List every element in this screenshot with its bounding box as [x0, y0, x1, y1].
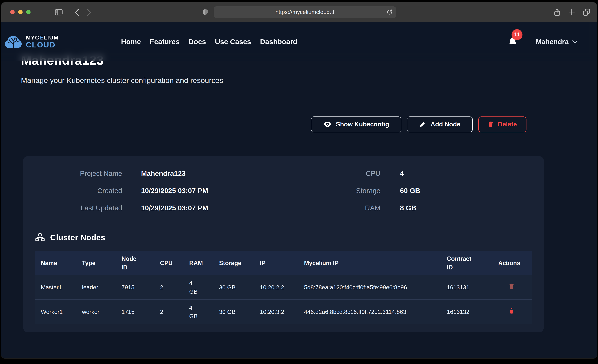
- cpu-label: CPU: [283, 170, 380, 178]
- brand-logo[interactable]: MYCELIUM CLOUD: [4, 34, 58, 50]
- col-contract-id: Contract ID: [441, 251, 492, 275]
- delete-node-button[interactable]: [498, 283, 514, 289]
- info-row: Project Name Mahendra123: [35, 165, 283, 182]
- new-tab-icon[interactable]: [569, 9, 575, 15]
- project-name-label: Project Name: [35, 170, 122, 178]
- page-subtitle: Manage your Kubernetes cluster configura…: [21, 76, 597, 85]
- node-cpu: 2: [154, 300, 183, 324]
- col-ip: IP: [254, 251, 298, 275]
- cluster-nodes-heading: Cluster Nodes: [50, 233, 105, 242]
- refresh-icon[interactable]: [387, 9, 392, 15]
- brand-wordmark: MYCELIUM CLOUD: [26, 35, 58, 49]
- storage-value: 60 GB: [400, 187, 420, 195]
- node-mycelium-ip: 446:d2a6:8bcd:8c16:ff0f:72e2:3114:863f: [298, 300, 441, 324]
- show-kubeconfig-button[interactable]: Show Kubeconfig: [311, 116, 401, 132]
- user-name: Mahendra: [536, 38, 569, 46]
- node-id: 7915: [116, 275, 154, 300]
- node-storage: 30 GB: [213, 300, 254, 324]
- delete-node-button[interactable]: [498, 308, 514, 314]
- storage-label: Storage: [283, 187, 380, 195]
- col-type: Type: [76, 251, 116, 275]
- node-type: leader: [76, 275, 116, 300]
- col-cpu: CPU: [154, 251, 183, 275]
- col-name: Name: [35, 251, 76, 275]
- node-ip: 10.20.3.2: [254, 300, 298, 324]
- last-updated-label: Last Updated: [35, 204, 122, 212]
- nav-item-dashboard[interactable]: Dashboard: [260, 38, 298, 46]
- minimize-window-button[interactable]: [18, 10, 23, 14]
- forward-icon[interactable]: [87, 8, 91, 16]
- pencil-icon: [419, 121, 426, 128]
- zoom-window-button[interactable]: [26, 10, 31, 14]
- node-name: Worker1: [35, 300, 76, 324]
- tab-overview-icon[interactable]: [583, 8, 590, 16]
- eye-icon: [323, 121, 332, 128]
- trash-icon: [509, 283, 514, 289]
- node-actions: [492, 275, 532, 300]
- project-name-value: Mahendra123: [141, 170, 186, 178]
- node-name: Master1: [35, 275, 76, 300]
- nav-item-use-cases[interactable]: Use Cases: [215, 38, 251, 46]
- ram-label: RAM: [283, 204, 380, 212]
- url-text: https://myceliumcloud.tf: [275, 9, 334, 16]
- created-value: 10/29/2025 03:07 PM: [141, 187, 208, 195]
- browser-toolbar: https://myceliumcloud.tf: [1, 2, 597, 22]
- share-icon[interactable]: [554, 8, 561, 16]
- col-actions: Actions: [492, 251, 532, 275]
- nav-item-docs[interactable]: Docs: [189, 38, 206, 46]
- nav-item-features[interactable]: Features: [150, 38, 180, 46]
- chevron-down-icon: [572, 40, 578, 44]
- table-row: Worker1 worker 1715 2 4 GB 30 GB 10.20.3…: [35, 300, 532, 324]
- node-mycelium-ip: 5d8:78ea:a120:f40c:ff0f:a5fe:99e6:8b96: [298, 275, 441, 300]
- mycelium-cloud-logo-icon: [4, 34, 23, 50]
- node-ram: 4 GB: [183, 300, 213, 324]
- col-ram: RAM: [183, 251, 213, 275]
- ram-value: 8 GB: [400, 204, 416, 212]
- page-body: MYCELIUM CLOUD Home Features Docs Use Ca…: [1, 22, 597, 358]
- info-row: Last Updated 10/29/2025 03:07 PM: [35, 199, 283, 217]
- traffic-lights: [10, 10, 31, 14]
- cpu-value: 4: [400, 170, 404, 178]
- nav-item-home[interactable]: Home: [121, 38, 141, 46]
- user-menu[interactable]: Mahendra: [536, 38, 578, 46]
- browser-window: https://myceliumcloud.tf: [1, 2, 597, 358]
- privacy-shield-icon[interactable]: [202, 8, 209, 16]
- node-actions: [492, 300, 532, 324]
- node-cpu: 2: [154, 275, 183, 300]
- table-header-row: Name Type Node ID CPU RAM Storage IP Myc…: [35, 251, 532, 275]
- col-node-id: Node ID: [116, 251, 154, 275]
- last-updated-value: 10/29/2025 03:07 PM: [141, 204, 208, 212]
- address-bar[interactable]: https://myceliumcloud.tf: [214, 6, 396, 18]
- cluster-actions: Show Kubeconfig Add Node: [1, 116, 526, 132]
- notifications-button[interactable]: 11: [508, 36, 518, 47]
- trash-icon: [488, 121, 494, 128]
- close-window-button[interactable]: [10, 10, 15, 14]
- node-ip: 10.20.2.2: [254, 275, 298, 300]
- node-contract-id: 1613131: [441, 275, 492, 300]
- node-contract-id: 1613132: [441, 300, 492, 324]
- node-id: 1715: [116, 300, 154, 324]
- cluster-nodes-table: Name Type Node ID CPU RAM Storage IP Myc…: [35, 251, 532, 324]
- col-mycelium-ip: Mycelium IP: [298, 251, 441, 275]
- notification-count-badge: 11: [512, 29, 523, 40]
- info-row: Storage 60 GB: [283, 182, 532, 199]
- node-type: worker: [76, 300, 116, 324]
- delete-cluster-button[interactable]: Delete: [478, 116, 526, 132]
- info-row: Created 10/29/2025 03:07 PM: [35, 182, 283, 199]
- back-icon[interactable]: [75, 8, 79, 16]
- created-label: Created: [35, 187, 122, 195]
- add-node-button[interactable]: Add Node: [407, 116, 473, 132]
- node-storage: 30 GB: [213, 275, 254, 300]
- cluster-info-card: Project Name Mahendra123 Created 10/29/2…: [23, 156, 544, 332]
- nav-links: Home Features Docs Use Cases Dashboard: [121, 38, 297, 46]
- cluster-nodes-icon: [35, 233, 45, 242]
- trash-icon: [509, 308, 514, 314]
- sidebar-toggle-icon[interactable]: [55, 9, 63, 16]
- col-storage: Storage: [213, 251, 254, 275]
- info-row: CPU 4: [283, 165, 532, 182]
- table-row: Master1 leader 7915 2 4 GB 30 GB 10.20.2…: [35, 275, 532, 300]
- site-navbar: MYCELIUM CLOUD Home Features Docs Use Ca…: [1, 22, 597, 61]
- node-ram: 4 GB: [183, 275, 213, 300]
- info-row: RAM 8 GB: [283, 199, 532, 217]
